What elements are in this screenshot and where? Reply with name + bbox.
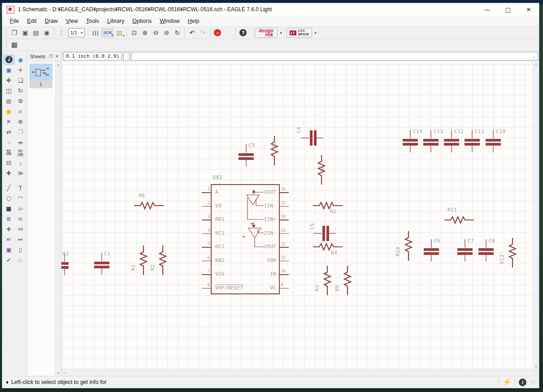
- tool-cut[interactable]: ●: [4, 106, 14, 116]
- menu-edit[interactable]: Edit: [23, 17, 41, 26]
- scroll-down-icon[interactable]: ∨: [535, 364, 538, 370]
- component-R10[interactable]: [404, 230, 413, 262]
- menu-draw[interactable]: Draw: [41, 17, 62, 26]
- canvas-vertical-scrollbar[interactable]: ∧ ∨: [533, 61, 539, 370]
- menu-help[interactable]: Help: [184, 17, 204, 26]
- component-R12[interactable]: [508, 237, 517, 268]
- toolbar-drag-handle-2[interactable]: [5, 40, 8, 49]
- lights-icon[interactable]: ∶: [223, 28, 234, 38]
- component-R8[interactable]: [133, 201, 165, 210]
- ltcspice-button[interactable]: LT LTCSPICE: [287, 28, 312, 38]
- tool-split[interactable]: ✚: [4, 168, 14, 178]
- script-button[interactable]: SCR▾: [101, 28, 113, 37]
- scroll-right-icon[interactable]: ›: [533, 370, 539, 376]
- scale-ratio-dropdown[interactable]: 1/1▾: [68, 28, 85, 37]
- tool-group[interactable]: ■: [4, 96, 14, 106]
- drc-bolt-icon[interactable]: ⚡: [503, 378, 511, 386]
- component-C4[interactable]: [301, 130, 323, 146]
- tool-show[interactable]: ◉: [15, 55, 26, 65]
- component-R5[interactable]: [312, 201, 343, 210]
- menu-options[interactable]: Options: [128, 17, 156, 26]
- coordinate-mode-box[interactable]: [123, 52, 130, 60]
- tool-pinswap[interactable]: ⇄: [4, 127, 14, 137]
- tool-paste[interactable]: ▪: [15, 106, 26, 116]
- tool-module[interactable]: ▣: [4, 245, 14, 254]
- component-R7[interactable]: [270, 135, 279, 166]
- close-button[interactable]: ✕: [518, 3, 539, 16]
- tool-errors[interactable]: ⚠: [15, 255, 26, 265]
- designlink-dropdown-icon[interactable]: ▾: [278, 28, 284, 38]
- zoom-select-icon[interactable]: ⊜: [161, 28, 172, 38]
- zoom-in-icon[interactable]: ⊕: [139, 28, 150, 38]
- sheets-float-icon[interactable]: ❐: [48, 53, 54, 60]
- tool-dimension[interactable]: ↔: [15, 234, 26, 244]
- scroll-left-icon[interactable]: ‹: [61, 370, 67, 376]
- tool-attribute[interactable]: AT: [4, 234, 14, 244]
- tool-miter[interactable]: ╭: [15, 158, 26, 168]
- tool-rect[interactable]: ■: [4, 203, 14, 213]
- tool-mirror[interactable]: ◫: [4, 86, 14, 95]
- menu-file[interactable]: File: [6, 17, 23, 26]
- save-icon[interactable]: ▣: [20, 28, 30, 38]
- tool-polygon[interactable]: ▱: [15, 203, 26, 213]
- command-input[interactable]: [131, 53, 530, 60]
- tool-mark[interactable]: ✛: [15, 65, 26, 75]
- toolbar-drag-handle[interactable]: [5, 28, 8, 37]
- undo-icon[interactable]: ↶: [187, 28, 197, 38]
- tool-value[interactable]: R210k: [15, 147, 26, 157]
- tool-invoke[interactable]: ≫: [15, 168, 26, 178]
- component-C5[interactable]: [313, 225, 336, 241]
- tool-change[interactable]: ⚙: [15, 96, 26, 106]
- canvas-horizontal-scrollbar[interactable]: ‹ ›: [61, 370, 539, 376]
- command-dropdown-icon[interactable]: ⌄: [530, 54, 538, 59]
- marker-icon[interactable]: ⋮: [56, 28, 67, 38]
- tool-move[interactable]: ✥: [4, 75, 14, 85]
- print-icon[interactable]: ▤: [30, 28, 41, 38]
- tool-erc[interactable]: ✔: [4, 255, 14, 265]
- zoom-out-icon[interactable]: ⊖: [150, 28, 161, 38]
- component-R2[interactable]: [158, 245, 167, 276]
- designlink-button[interactable]: design link: [255, 28, 277, 38]
- sheets-close-icon[interactable]: ✕: [54, 53, 60, 60]
- component-R11[interactable]: [443, 215, 475, 224]
- help-icon[interactable]: ?: [238, 28, 248, 38]
- zoom-redraw-icon[interactable]: ↻: [172, 28, 182, 38]
- zoom-fit-icon[interactable]: ⊡: [129, 28, 139, 38]
- open-icon[interactable]: ❒: [9, 28, 20, 38]
- schematic-canvas[interactable]: C2C1R1R2R8C3R7C4R6R5C5R4R3R9C14C13C12C11…: [61, 61, 533, 370]
- maximize-button[interactable]: □: [498, 3, 518, 16]
- sheets-scroll-down-icon[interactable]: ▾: [57, 370, 59, 376]
- tool-bus[interactable]: ≣: [4, 214, 14, 224]
- tool-info[interactable]: i: [4, 55, 14, 65]
- redo-icon[interactable]: ↷: [197, 28, 208, 38]
- component-R4[interactable]: [312, 242, 343, 251]
- tool-text[interactable]: T: [15, 183, 26, 193]
- tool-replace[interactable]: ❐: [15, 127, 26, 137]
- menu-tools[interactable]: Tools: [82, 17, 103, 26]
- tool-circle[interactable]: ○: [4, 193, 14, 203]
- tool-delete[interactable]: ✕: [4, 116, 14, 126]
- sheets-scroll-up-icon[interactable]: ▴: [57, 62, 59, 68]
- tool-rotate[interactable]: ↻: [15, 86, 26, 95]
- stop-icon[interactable]: –: [212, 28, 223, 38]
- ltcspice-dropdown-icon[interactable]: ▾: [312, 28, 318, 38]
- sheets-scrollbar[interactable]: ▴ ▾: [55, 62, 61, 376]
- tool-copy[interactable]: ❏: [15, 75, 26, 85]
- sheet-item-1[interactable]: 1: [29, 64, 55, 88]
- menu-library[interactable]: Library: [103, 17, 128, 26]
- tool-swaplevel[interactable]: ◂▸: [15, 137, 26, 147]
- component-R9[interactable]: [343, 265, 352, 296]
- component-U$1[interactable]: [211, 184, 280, 294]
- export-image-icon[interactable]: ◉: [41, 28, 52, 38]
- tool-port[interactable]: ▯: [15, 245, 26, 254]
- tool-add[interactable]: ⊕: [15, 116, 26, 126]
- tool-name[interactable]: R210k: [4, 147, 14, 157]
- resize-grip[interactable]: [531, 380, 535, 384]
- component-R1[interactable]: [139, 245, 148, 276]
- tool-display[interactable]: ▣: [4, 65, 14, 75]
- grid-button[interactable]: ▦: [9, 40, 20, 50]
- component-R3[interactable]: [323, 265, 332, 296]
- tool-smash[interactable]: ⊟: [4, 158, 14, 168]
- sheet-button[interactable]: ▨▾: [114, 28, 125, 38]
- tool-label[interactable]: AB: [15, 224, 26, 234]
